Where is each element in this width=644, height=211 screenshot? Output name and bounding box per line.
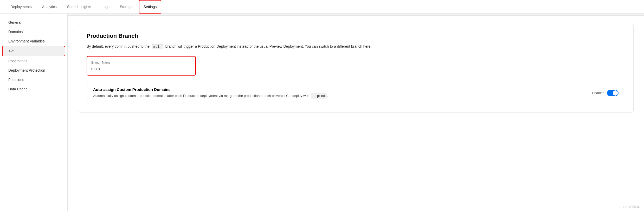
auto-assign-desc-after: . [327,94,328,98]
sidebar-item-env-vars[interactable]: Environment Variables [2,36,65,46]
auto-assign-toggle[interactable] [607,90,619,96]
sidebar-item-data-cache[interactable]: Data Cache [2,84,65,94]
production-branch-card: Production Branch By default, every comm… [78,24,634,113]
auto-assign-desc-before: Automatically assign custom production d… [93,94,309,98]
top-stripe [68,14,644,16]
auto-assign-card: Auto-assign Custom Production Domains Au… [87,82,625,104]
auto-assign-title: Auto-assign Custom Production Domains [93,87,328,92]
auto-assign-text-block: Auto-assign Custom Production Domains Au… [93,87,328,99]
top-nav: Deployments Analytics Speed Insights Log… [0,0,644,14]
sidebar-item-git[interactable]: Git [2,46,65,56]
section-description: By default, every commit pushed to the m… [87,44,625,50]
section-title: Production Branch [87,33,625,39]
branch-name-input[interactable] [91,66,191,71]
prod-flag-code: --prod [311,94,327,98]
main-branch-code: main [152,44,163,49]
nav-settings[interactable]: Settings [139,0,162,14]
sidebar-item-deployment-protection[interactable]: Deployment Protection [2,66,65,75]
auto-assign-description: Automatically assign custom production d… [93,93,328,99]
sidebar-item-integrations[interactable]: Integrations [2,56,65,66]
branch-name-label: Branch Name [91,61,191,64]
nav-logs[interactable]: Logs [97,0,113,14]
watermark: CSDN @郑晓琳 [620,205,640,209]
nav-speed-insights[interactable]: Speed Insights [63,0,95,14]
nav-deployments[interactable]: Deployments [6,0,36,14]
nav-analytics[interactable]: Analytics [38,0,61,14]
sidebar: General Domains Environment Variables Gi… [0,14,68,211]
branch-name-field-container: Branch Name [87,56,196,76]
desc-after: branch will trigger a Production Deploym… [165,44,372,48]
sidebar-item-functions[interactable]: Functions [2,75,65,84]
toggle-container: Enabled [592,90,619,96]
sidebar-item-general[interactable]: General [2,18,65,27]
desc-before: By default, every commit pushed to the [87,44,150,48]
main-content: Production Branch By default, every comm… [68,14,644,211]
page-layout: General Domains Environment Variables Gi… [0,14,644,211]
sidebar-item-domains[interactable]: Domains [2,27,65,36]
toggle-knob [613,90,618,96]
toggle-label: Enabled [592,91,604,95]
nav-storage[interactable]: Storage [116,0,137,14]
